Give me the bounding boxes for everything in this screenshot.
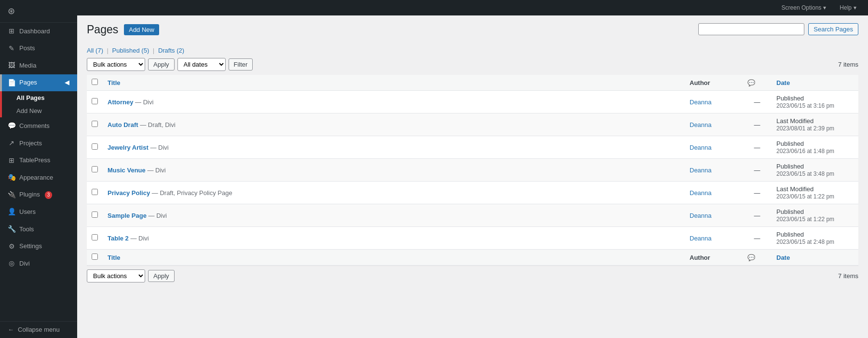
page-title-link-6[interactable]: Sample Page bbox=[108, 212, 147, 219]
author-link-6[interactable]: Deanna bbox=[690, 212, 712, 219]
separator-2: | bbox=[153, 47, 154, 54]
col-header-title[interactable]: Title bbox=[103, 75, 685, 91]
sidebar-item-divi[interactable]: ◎ Divi bbox=[0, 255, 77, 272]
sidebar-item-tools[interactable]: 🔧 Tools bbox=[0, 221, 77, 238]
col-footer-comments: 💬 bbox=[743, 250, 772, 266]
comments-icon: 💬 bbox=[8, 121, 15, 131]
bulk-actions-select-top[interactable]: Bulk actions Edit Move to Trash bbox=[87, 58, 145, 71]
sidebar-item-pages[interactable]: 📄 Pages ◀ bbox=[0, 74, 77, 92]
search-pages-button[interactable]: Search Pages bbox=[808, 23, 858, 35]
title-sort-link[interactable]: Title bbox=[108, 79, 121, 86]
media-icon: 🖼 bbox=[8, 61, 15, 70]
comments-count-1: — bbox=[754, 99, 760, 106]
col-footer-title[interactable]: Title bbox=[103, 250, 685, 266]
comments-count-6: — bbox=[754, 212, 760, 219]
col-footer-checkbox bbox=[87, 250, 103, 266]
items-count-bottom: 7 items bbox=[838, 272, 858, 280]
filter-button[interactable]: Filter bbox=[229, 58, 253, 70]
tools-icon: 🔧 bbox=[8, 225, 15, 234]
page-title-link-7[interactable]: Table 2 bbox=[108, 235, 129, 242]
projects-icon: ↗ bbox=[8, 139, 15, 148]
filter-links: All (7) | Published (5) | Drafts (2) bbox=[87, 47, 858, 54]
page-title-link-2[interactable]: Auto Draft bbox=[108, 121, 138, 128]
apply-button-bottom[interactable]: Apply bbox=[148, 270, 175, 282]
sidebar-item-plugins[interactable]: 🔌 Plugins 3 bbox=[0, 186, 77, 204]
collapse-menu-btn[interactable]: ← Collapse menu bbox=[0, 321, 77, 338]
toolbar-left: Bulk actions Edit Move to Trash Apply Al… bbox=[87, 58, 253, 71]
author-link-3[interactable]: Deanna bbox=[690, 144, 712, 151]
row-checkbox-6[interactable] bbox=[92, 211, 98, 218]
author-link-1[interactable]: Deanna bbox=[690, 99, 712, 106]
col-header-date[interactable]: Date bbox=[772, 75, 858, 91]
sidebar-item-label: Posts bbox=[19, 44, 35, 53]
separator-1: | bbox=[107, 47, 108, 54]
date-sort-link-foot[interactable]: Date bbox=[776, 254, 790, 261]
page-title-link-1[interactable]: Attorney bbox=[108, 99, 133, 106]
page-title-link-3[interactable]: Jewelry Artist bbox=[108, 144, 149, 151]
table-row: Music Venue — Divi Deanna — Published 20… bbox=[87, 159, 858, 182]
title-sort-link-foot[interactable]: Title bbox=[108, 254, 121, 261]
table-row: Sample Page — Divi Deanna — Published 20… bbox=[87, 204, 858, 227]
select-all-checkbox-top[interactable] bbox=[92, 79, 98, 85]
filter-all-link[interactable]: All (7) bbox=[87, 47, 105, 54]
date-sort-link[interactable]: Date bbox=[776, 79, 790, 86]
table-row: Auto Draft — Draft, Divi Deanna — Last M… bbox=[87, 113, 858, 136]
add-new-button[interactable]: Add New bbox=[124, 24, 159, 35]
help-label: Help bbox=[840, 4, 852, 11]
author-link-2[interactable]: Deanna bbox=[690, 121, 712, 128]
table-row: Table 2 — Divi Deanna — Published 2023/0… bbox=[87, 227, 858, 250]
page-title-link-5[interactable]: Privacy Policy bbox=[108, 189, 150, 197]
date-filter-select[interactable]: All dates 2023/08 2023/06 bbox=[177, 58, 226, 71]
select-all-checkbox-bottom[interactable] bbox=[92, 254, 98, 260]
help-btn[interactable]: Help ▾ bbox=[836, 2, 860, 13]
sidebar-item-add-new-page[interactable]: Add New bbox=[2, 104, 77, 117]
settings-icon: ⚙ bbox=[8, 242, 15, 252]
topbar: Screen Options ▾ Help ▾ bbox=[77, 0, 868, 15]
sidebar-item-settings[interactable]: ⚙ Settings bbox=[0, 238, 77, 255]
sidebar-item-media[interactable]: 🖼 Media bbox=[0, 57, 77, 74]
sidebar-item-posts[interactable]: ✎ Posts bbox=[0, 40, 77, 57]
appearance-icon: 🎭 bbox=[8, 173, 15, 183]
author-link-7[interactable]: Deanna bbox=[690, 235, 712, 242]
row-checkbox-2[interactable] bbox=[92, 121, 98, 127]
filter-published-link[interactable]: Published (5) bbox=[112, 47, 151, 54]
sidebar-item-appearance[interactable]: 🎭 Appearance bbox=[0, 169, 77, 186]
screen-options-chevron-icon: ▾ bbox=[823, 4, 826, 11]
top-toolbar: Bulk actions Edit Move to Trash Apply Al… bbox=[87, 58, 858, 71]
apply-button-top[interactable]: Apply bbox=[148, 58, 175, 70]
row-checkbox-3[interactable] bbox=[92, 143, 98, 150]
col-footer-date[interactable]: Date bbox=[772, 250, 858, 266]
date-status-6: Published bbox=[776, 208, 804, 215]
posts-icon: ✎ bbox=[8, 44, 15, 54]
sidebar-item-label: Tools bbox=[19, 225, 34, 234]
sidebar-item-label: Divi bbox=[19, 259, 30, 268]
sidebar-item-label: Media bbox=[19, 61, 36, 70]
screen-options-label: Screen Options bbox=[782, 4, 822, 11]
date-value-5: 2023/06/15 at 1:22 pm bbox=[776, 193, 834, 200]
sidebar-item-label: Users bbox=[19, 208, 36, 216]
sidebar-item-comments[interactable]: 💬 Comments bbox=[0, 117, 77, 135]
screen-options-btn[interactable]: Screen Options ▾ bbox=[778, 2, 830, 13]
row-checkbox-4[interactable] bbox=[92, 166, 98, 172]
search-area: Search Pages bbox=[698, 23, 858, 35]
search-input[interactable] bbox=[698, 23, 804, 35]
pages-submenu: All Pages Add New bbox=[0, 91, 77, 117]
date-value-7: 2023/06/15 at 2:48 pm bbox=[776, 239, 834, 245]
bulk-actions-select-bottom[interactable]: Bulk actions Edit Move to Trash bbox=[87, 269, 145, 282]
page-title-link-4[interactable]: Music Venue bbox=[108, 167, 146, 174]
row-checkbox-1[interactable] bbox=[92, 98, 98, 104]
sidebar-item-all-pages[interactable]: All Pages bbox=[2, 91, 77, 104]
row-checkbox-5[interactable] bbox=[92, 189, 98, 195]
author-link-5[interactable]: Deanna bbox=[690, 189, 712, 197]
filter-drafts-link[interactable]: Drafts (2) bbox=[158, 47, 184, 54]
sidebar-item-dashboard[interactable]: ⊞ Dashboard bbox=[0, 23, 77, 40]
date-value-2: 2023/08/01 at 2:39 pm bbox=[776, 125, 834, 132]
pages-table: Title Author 💬 Date Attorney — Divi bbox=[87, 75, 858, 266]
sidebar-item-projects[interactable]: ↗ Projects bbox=[0, 135, 77, 152]
sidebar-item-tablepress[interactable]: ⊞ TablePress bbox=[0, 152, 77, 169]
page-meta-3: — Divi bbox=[150, 144, 168, 151]
sidebar-item-users[interactable]: 👤 Users bbox=[0, 203, 77, 221]
row-checkbox-7[interactable] bbox=[92, 234, 98, 240]
author-link-4[interactable]: Deanna bbox=[690, 167, 712, 174]
sidebar-item-label: Projects bbox=[19, 139, 42, 148]
